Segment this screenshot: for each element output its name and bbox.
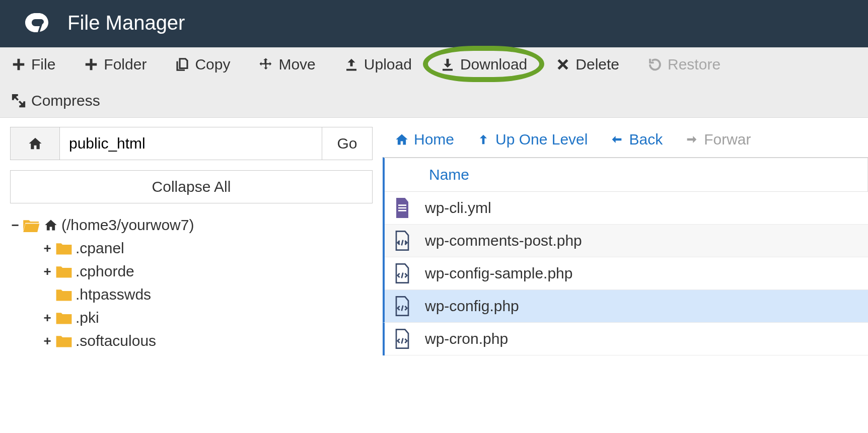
file-row[interactable]: wp-cron.php [385, 323, 868, 355]
undo-icon [647, 57, 663, 72]
download-icon [440, 57, 455, 72]
tree-item[interactable]: + .softaculous [42, 329, 373, 352]
tree-item[interactable]: + .htpasswds [42, 283, 373, 306]
close-icon [555, 57, 570, 72]
tree-item[interactable]: + .cpanel [42, 237, 373, 260]
new-folder-button[interactable]: Folder [84, 56, 147, 73]
folder-icon [55, 264, 73, 278]
tree-root-label: (/home3/yourwow7) [61, 216, 194, 234]
path-home-button[interactable] [11, 127, 60, 160]
code-file-icon [394, 231, 411, 251]
tree-children: + .cpanel + .cphorde + .htpasswds + [42, 237, 373, 352]
move-label: Move [278, 56, 315, 73]
folder-icon [55, 287, 73, 302]
compress-label: Compress [31, 92, 100, 109]
copy-icon [175, 57, 190, 72]
collapse-toggle-icon[interactable]: − [10, 220, 20, 230]
expand-toggle-icon[interactable]: + [42, 336, 52, 346]
file-row[interactable]: wp-config.php [383, 290, 868, 323]
column-header-name[interactable]: Name [385, 158, 868, 192]
code-file-icon [394, 329, 411, 349]
cpanel-logo-icon [21, 11, 53, 34]
copy-button[interactable]: Copy [175, 56, 230, 73]
expand-toggle-icon[interactable]: + [42, 313, 52, 323]
compress-icon [11, 93, 26, 108]
file-table: Name wp-cli.yml wp-comments-post.php wp-… [383, 157, 868, 355]
app-header: File Manager [0, 0, 868, 47]
file-row[interactable]: wp-config-sample.php [385, 257, 868, 290]
tree-item-label: .cpanel [76, 240, 124, 257]
folder-icon [55, 241, 73, 255]
tree-root[interactable]: − (/home3/yourwow7) [10, 213, 373, 237]
tree-item-label: .cphorde [76, 263, 134, 280]
home-icon [27, 136, 44, 151]
file-name: wp-cron.php [425, 330, 508, 347]
file-nav: Home Up One Level Back Forwar [383, 125, 868, 157]
download-label: Download [460, 56, 527, 73]
new-file-button[interactable]: File [11, 56, 55, 73]
nav-forward-label: Forwar [704, 131, 751, 148]
nav-up-label: Up One Level [495, 131, 588, 148]
document-file-icon [394, 198, 411, 218]
file-row[interactable]: wp-comments-post.php [385, 225, 868, 257]
file-name: wp-comments-post.php [425, 232, 582, 249]
folder-icon [55, 334, 73, 348]
go-button[interactable]: Go [322, 127, 372, 160]
path-input[interactable] [60, 127, 322, 160]
upload-label: Upload [364, 56, 412, 73]
tree-item[interactable]: + .cphorde [42, 260, 373, 283]
nav-up[interactable]: Up One Level [476, 131, 588, 148]
folder-icon [55, 311, 73, 325]
nav-back-label: Back [629, 131, 663, 148]
restore-button[interactable]: Restore [647, 56, 720, 73]
file-name: wp-config-sample.php [425, 265, 572, 282]
delete-label: Delete [575, 56, 619, 73]
new-folder-label: Folder [104, 56, 147, 73]
nav-back[interactable]: Back [610, 131, 663, 148]
app-title: File Manager [67, 12, 185, 34]
home-icon [43, 218, 58, 232]
file-name: wp-config.php [425, 298, 519, 315]
nav-home[interactable]: Home [395, 131, 454, 148]
code-file-icon [394, 296, 411, 316]
upload-button[interactable]: Upload [344, 56, 412, 73]
file-row[interactable]: wp-cli.yml [385, 192, 868, 225]
move-button[interactable]: Move [258, 56, 315, 73]
main-area: Go Collapse All − (/home3/yourwow7) + .c… [0, 118, 868, 355]
toolbar: File Folder Copy Move Upload Download [0, 47, 868, 118]
file-name: wp-cli.yml [425, 199, 491, 216]
delete-button[interactable]: Delete [555, 56, 619, 73]
path-bar: Go [10, 127, 373, 160]
right-pane: Home Up One Level Back Forwar Name wp- [383, 118, 868, 355]
new-file-label: File [31, 56, 55, 73]
arrow-up-icon [476, 132, 490, 147]
tree-item[interactable]: + .pki [42, 306, 373, 329]
compress-button[interactable]: Compress [11, 92, 122, 109]
tree-item-label: .pki [76, 309, 99, 326]
folder-tree: − (/home3/yourwow7) + .cpanel + .cphorde [10, 213, 373, 352]
tree-item-label: .softaculous [76, 332, 156, 349]
arrow-left-icon [610, 132, 624, 147]
expand-toggle-icon[interactable]: + [42, 243, 52, 253]
plus-icon [84, 57, 99, 72]
copy-label: Copy [195, 56, 230, 73]
collapse-all-button[interactable]: Collapse All [10, 170, 373, 203]
upload-icon [344, 57, 359, 72]
folder-open-icon [23, 218, 40, 232]
plus-icon [11, 57, 26, 72]
download-button[interactable]: Download [440, 56, 527, 73]
restore-label: Restore [668, 56, 720, 73]
expand-toggle-icon[interactable]: + [42, 266, 52, 276]
tree-item-label: .htpasswds [76, 286, 151, 303]
arrow-right-icon [685, 132, 699, 147]
left-pane: Go Collapse All − (/home3/yourwow7) + .c… [0, 118, 383, 352]
move-icon [258, 57, 273, 72]
nav-home-label: Home [414, 131, 454, 148]
home-icon [395, 132, 409, 147]
code-file-icon [394, 263, 411, 283]
nav-forward[interactable]: Forwar [685, 131, 751, 148]
